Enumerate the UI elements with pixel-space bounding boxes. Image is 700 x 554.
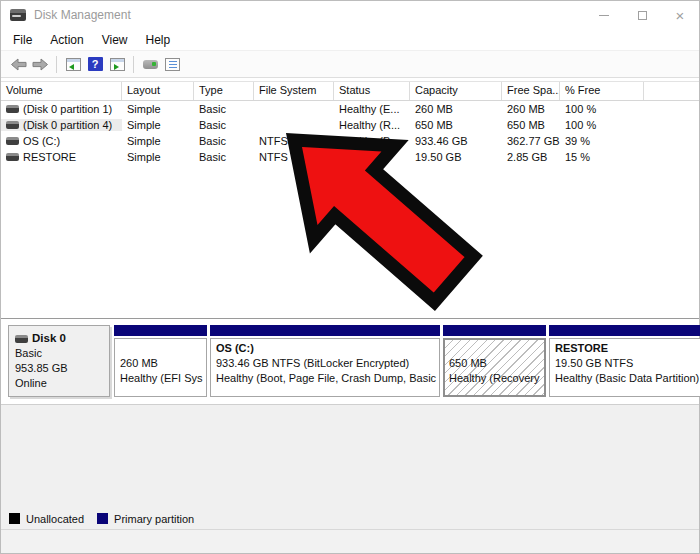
volume-name: OS (C:) <box>23 135 60 147</box>
window-title: Disk Management <box>34 8 585 22</box>
menu-bar: FileActionViewHelp <box>1 29 699 50</box>
file-system-cell: NTFS (BitLo... <box>254 135 334 147</box>
menu-file[interactable]: File <box>4 31 41 49</box>
disk-size: 953.85 GB <box>15 361 103 376</box>
volume-disk-icon <box>6 121 19 129</box>
maximize-button[interactable] <box>623 2 661 28</box>
column-header-capacity[interactable]: Capacity <box>410 82 502 100</box>
status-cell: Healthy (R... <box>334 119 410 131</box>
toolbar: ? <box>1 50 699 78</box>
column-header-type[interactable]: Type <box>194 82 254 100</box>
partition-size-line: 260 MB <box>120 356 201 371</box>
volume-row-os-c[interactable]: OS (C:)SimpleBasicNTFS (BitLo...Healthy … <box>1 133 699 149</box>
show-hide-action-pane-button[interactable] <box>106 53 128 75</box>
partitions-strip: 260 MBHealthy (EFI SysOS (C:)933.46 GB N… <box>114 325 695 397</box>
column-header-filler <box>644 82 699 100</box>
column-header-volume[interactable]: Volume <box>1 82 122 100</box>
console-tree-icon <box>66 58 81 71</box>
disk-status: Online <box>15 376 103 391</box>
title-bar: Disk Management × <box>1 1 699 29</box>
partition-color-bar <box>549 325 700 336</box>
partition-name: RESTORE <box>555 341 700 356</box>
toolbar-separator <box>56 56 57 73</box>
status-cell: Healthy (B... <box>334 135 410 147</box>
disk-title: Disk 0 <box>15 331 103 346</box>
volume-row-disk-0-partition-4[interactable]: (Disk 0 partition 4)SimpleBasicHealthy (… <box>1 117 699 133</box>
partition-260-mb[interactable]: 260 MBHealthy (EFI Sys <box>114 325 207 397</box>
partition-details: OS (C:)933.46 GB NTFS (BitLocker Encrypt… <box>210 338 440 397</box>
column-header-free-spa[interactable]: Free Spa... <box>502 82 560 100</box>
legend-item-primary-partition: Primary partition <box>97 513 194 525</box>
partition-size-line: 933.46 GB NTFS (BitLocker Encrypted) <box>216 356 434 371</box>
maximize-icon <box>638 11 647 20</box>
capacity-cell: 19.50 GB <box>410 151 502 163</box>
menu-view[interactable]: View <box>93 31 137 49</box>
pct-free-cell: 100 % <box>560 103 644 115</box>
close-button[interactable]: × <box>661 2 699 28</box>
menu-action[interactable]: Action <box>41 31 92 49</box>
legend-bar: UnallocatedPrimary partition <box>1 508 699 529</box>
partition-color-bar <box>114 325 207 336</box>
partition-status-line: Healthy (Recovery <box>449 371 540 386</box>
show-hide-console-tree-button[interactable] <box>62 53 84 75</box>
column-header-file-system[interactable]: File System <box>254 82 334 100</box>
partition-status-line: Healthy (Boot, Page File, Crash Dump, Ba… <box>216 371 434 386</box>
partition-size-line: 650 MB <box>449 356 540 371</box>
partition-size-line: 19.50 GB NTFS <box>555 356 700 371</box>
menu-help[interactable]: Help <box>137 31 180 49</box>
back-arrow-icon <box>10 58 27 71</box>
back-button[interactable] <box>7 53 29 75</box>
free-space-cell: 650 MB <box>502 119 560 131</box>
volume-list: VolumeLayoutTypeFile SystemStatusCapacit… <box>1 81 699 318</box>
legend-item-unallocated: Unallocated <box>9 513 84 525</box>
legend-label: Unallocated <box>26 513 84 525</box>
column-header-free[interactable]: % Free <box>560 82 644 100</box>
legend-swatch <box>9 513 20 524</box>
volume-cell: RESTORE <box>1 151 122 163</box>
layout-cell: Simple <box>122 119 194 131</box>
partition-os-c[interactable]: OS (C:)933.46 GB NTFS (BitLocker Encrypt… <box>210 325 440 397</box>
disk-name: Disk 0 <box>32 331 66 346</box>
disk-icon <box>15 335 28 343</box>
volume-row-disk-0-partition-1[interactable]: (Disk 0 partition 1)SimpleBasicHealthy (… <box>1 101 699 117</box>
launch-button[interactable] <box>139 53 161 75</box>
capacity-cell: 650 MB <box>410 119 502 131</box>
disk-type: Basic <box>15 346 103 361</box>
capacity-cell: 260 MB <box>410 103 502 115</box>
type-cell: Basic <box>194 151 254 163</box>
app-icon <box>10 9 26 21</box>
forward-arrow-icon <box>32 58 49 71</box>
partition-650-mb[interactable]: 650 MBHealthy (Recovery <box>443 325 546 397</box>
properties-pane-button[interactable] <box>161 53 183 75</box>
column-header-status[interactable]: Status <box>334 82 410 100</box>
minimize-icon <box>599 15 609 16</box>
column-header-layout[interactable]: Layout <box>122 82 194 100</box>
partition-details: 260 MBHealthy (EFI Sys <box>114 338 207 397</box>
help-icon: ? <box>88 57 103 71</box>
graphical-view-pane: Disk 0 Basic 953.85 GB Online 260 MBHeal… <box>1 318 699 553</box>
volume-disk-icon <box>6 153 19 161</box>
disk0-graph-row: Disk 0 Basic 953.85 GB Online 260 MBHeal… <box>1 319 699 405</box>
disk-management-window: Disk Management × FileActionViewHelp ? <box>0 0 700 554</box>
help-button[interactable]: ? <box>84 53 106 75</box>
minimize-button[interactable] <box>585 2 623 28</box>
partition-restore[interactable]: RESTORE19.50 GB NTFSHealthy (Basic Data … <box>549 325 700 397</box>
partition-status-line: Healthy (EFI Sys <box>120 371 201 386</box>
volume-row-restore[interactable]: RESTORESimpleBasicNTFS19.50 GB2.85 GB15 … <box>1 149 699 165</box>
close-icon: × <box>676 8 685 23</box>
layout-cell: Simple <box>122 103 194 115</box>
forward-button[interactable] <box>29 53 51 75</box>
pct-free-cell: 39 % <box>560 135 644 147</box>
volume-disk-icon <box>6 137 19 145</box>
launch-icon <box>143 60 158 69</box>
volume-table-body: (Disk 0 partition 1)SimpleBasicHealthy (… <box>1 101 699 165</box>
toolbar-separator <box>133 56 134 73</box>
file-system-cell: NTFS <box>254 151 334 163</box>
volume-disk-icon <box>6 105 19 113</box>
partition-details: 650 MBHealthy (Recovery <box>443 338 546 397</box>
volume-name: (Disk 0 partition 1) <box>23 103 112 115</box>
disk-info-panel[interactable]: Disk 0 Basic 953.85 GB Online <box>8 325 110 397</box>
properties-icon <box>165 58 180 71</box>
partition-name: OS (C:) <box>216 341 434 356</box>
type-cell: Basic <box>194 103 254 115</box>
